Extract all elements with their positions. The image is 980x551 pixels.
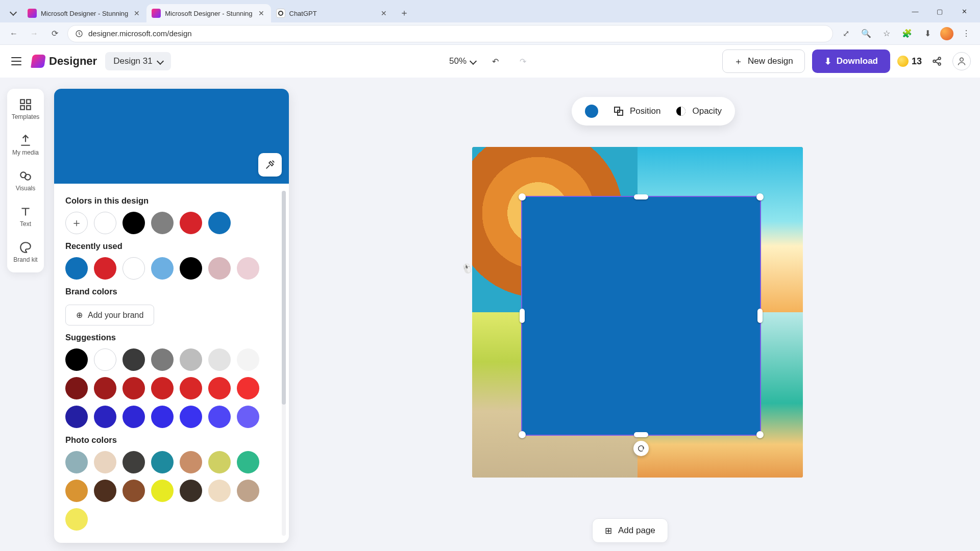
undo-button[interactable]: ↶ (487, 53, 503, 69)
rail-visuals[interactable]: Visuals (7, 167, 44, 194)
downloads-icon[interactable]: ⬇ (920, 26, 935, 41)
color-swatch[interactable] (180, 377, 202, 399)
add-brand-button[interactable]: ⊕ Add your brand (65, 305, 154, 325)
maximize-button[interactable]: ▢ (928, 3, 951, 19)
context-position[interactable]: Position (612, 105, 660, 117)
resize-handle-bottom[interactable] (634, 432, 648, 437)
app-logo[interactable]: Designer (32, 55, 97, 68)
color-swatch[interactable] (237, 451, 259, 473)
resize-handle-top[interactable] (634, 194, 648, 199)
color-swatch[interactable] (208, 212, 231, 234)
install-app-icon[interactable]: ⤢ (838, 26, 853, 41)
color-swatch[interactable] (180, 257, 202, 280)
tab-search-dropdown[interactable] (6, 5, 20, 19)
resize-handle-left[interactable] (520, 309, 525, 323)
color-swatch[interactable] (237, 480, 259, 502)
selected-shape[interactable] (522, 197, 760, 435)
color-swatch[interactable] (65, 508, 88, 531)
eyedropper-button[interactable] (258, 153, 282, 177)
color-swatch[interactable] (151, 406, 174, 428)
color-swatch[interactable] (237, 377, 259, 399)
share-button[interactable] (929, 53, 945, 69)
color-swatch[interactable] (151, 257, 174, 280)
design-name-dropdown[interactable]: Design 31 (105, 52, 171, 70)
browser-tab[interactable]: ChatGPT ✕ (271, 4, 394, 22)
new-tab-button[interactable]: ＋ (397, 5, 412, 20)
zoom-dropdown[interactable]: 50% (449, 56, 476, 66)
color-swatch[interactable] (94, 451, 116, 473)
color-swatch[interactable] (65, 348, 88, 371)
color-swatch[interactable] (208, 480, 231, 502)
color-preview[interactable] (54, 89, 289, 184)
color-swatch[interactable] (180, 212, 202, 234)
panel-scrollbar[interactable] (282, 191, 286, 536)
context-fill-color[interactable] (585, 105, 598, 118)
color-swatch[interactable] (237, 257, 259, 280)
download-button[interactable]: ⬇ Download (812, 49, 890, 73)
resize-handle-tl[interactable] (519, 193, 526, 201)
artboard[interactable] (472, 147, 803, 478)
back-button[interactable]: ← (6, 26, 21, 41)
resize-handle-right[interactable] (757, 309, 763, 323)
color-swatch[interactable] (65, 451, 88, 473)
scrollbar-thumb[interactable] (282, 191, 286, 405)
redo-button[interactable]: ↷ (514, 53, 531, 69)
rail-templates[interactable]: Templates (7, 96, 44, 122)
credits-indicator[interactable]: 13 (897, 56, 922, 67)
color-swatch[interactable] (208, 377, 231, 399)
rotate-handle[interactable] (633, 441, 649, 456)
close-window-button[interactable]: ✕ (952, 3, 976, 19)
kebab-menu-icon[interactable]: ⋮ (959, 26, 974, 41)
color-swatch[interactable] (65, 257, 88, 280)
account-button[interactable] (952, 52, 971, 70)
context-opacity[interactable]: Opacity (675, 105, 722, 117)
browser-tab[interactable]: Microsoft Designer - Stunning ✕ (22, 4, 146, 22)
canvas[interactable] (472, 147, 803, 478)
color-swatch[interactable] (151, 480, 174, 502)
address-bar[interactable]: designer.microsoft.com/design (67, 25, 833, 42)
color-swatch[interactable] (237, 348, 259, 371)
rail-brand-kit[interactable]: Brand kit (7, 239, 44, 265)
resize-handle-bl[interactable] (519, 431, 526, 438)
color-swatch[interactable] (94, 480, 116, 502)
color-swatch[interactable] (122, 406, 145, 428)
close-icon[interactable]: ✕ (132, 9, 141, 18)
color-swatch[interactable] (122, 480, 145, 502)
rail-my-media[interactable]: My media (7, 132, 44, 158)
color-swatch[interactable] (208, 451, 231, 473)
browser-tab[interactable]: Microsoft Designer - Stunning ✕ (146, 4, 271, 22)
color-swatch[interactable] (122, 377, 145, 399)
color-swatch[interactable] (65, 377, 88, 399)
new-design-button[interactable]: ＋ New design (722, 49, 805, 73)
bookmark-icon[interactable]: ☆ (879, 26, 894, 41)
color-swatch[interactable] (94, 348, 116, 371)
resize-handle-tr[interactable] (756, 193, 764, 201)
color-swatch[interactable] (237, 406, 259, 428)
color-swatch[interactable] (65, 480, 88, 502)
hamburger-menu-button[interactable] (9, 54, 23, 68)
zoom-icon[interactable]: 🔍 (859, 26, 874, 41)
color-swatch[interactable] (65, 406, 88, 428)
color-swatch[interactable] (208, 348, 231, 371)
color-swatch[interactable] (180, 406, 202, 428)
color-swatch[interactable] (180, 480, 202, 502)
color-swatch[interactable] (122, 451, 145, 473)
color-swatch[interactable] (94, 406, 116, 428)
color-swatch[interactable] (180, 348, 202, 371)
forward-button[interactable]: → (27, 26, 42, 41)
color-swatch[interactable] (122, 348, 145, 371)
close-icon[interactable]: ✕ (257, 9, 266, 18)
color-swatch[interactable] (94, 377, 116, 399)
add-color-button[interactable]: ＋ (65, 212, 88, 234)
reload-button[interactable]: ⟳ (47, 26, 62, 41)
color-swatch[interactable] (151, 212, 174, 234)
color-swatch[interactable] (151, 377, 174, 399)
color-swatch[interactable] (151, 348, 174, 371)
color-swatch[interactable] (208, 406, 231, 428)
add-page-button[interactable]: ⊞ Add page (592, 518, 668, 543)
resize-handle-br[interactable] (756, 431, 764, 438)
profile-avatar[interactable] (940, 27, 953, 40)
color-swatch[interactable] (122, 212, 145, 234)
extensions-icon[interactable]: 🧩 (899, 26, 915, 41)
color-swatch[interactable] (151, 451, 174, 473)
